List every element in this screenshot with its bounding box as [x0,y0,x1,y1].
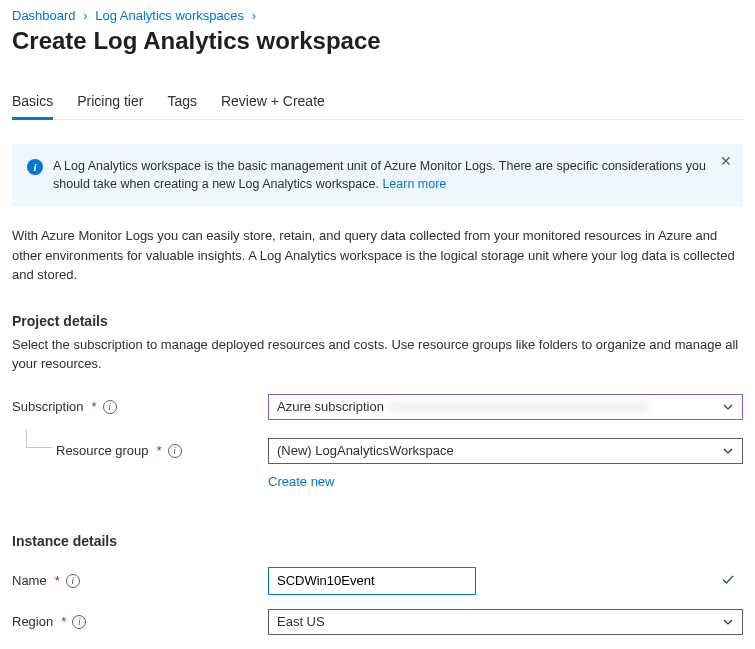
resource-group-row: Resource group * i (New) LogAnalyticsWor… [12,430,743,464]
subscription-label: Subscription [12,399,84,414]
section-title-project-details: Project details [12,313,743,329]
learn-more-link[interactable]: Learn more [382,177,446,191]
breadcrumb: Dashboard › Log Analytics workspaces › [12,8,743,23]
required-indicator: * [92,399,97,414]
section-title-instance-details: Instance details [12,533,743,549]
info-icon: i [27,159,43,175]
help-icon[interactable]: i [103,400,117,414]
required-indicator: * [61,614,66,629]
resource-group-dropdown[interactable]: (New) LogAnalyticsWorkspace [268,438,743,464]
help-icon[interactable]: i [66,574,80,588]
tree-connector [26,430,52,448]
tab-basics[interactable]: Basics [12,93,53,119]
chevron-down-icon [722,445,734,457]
region-dropdown[interactable]: East US [268,609,743,635]
tab-bar: Basics Pricing tier Tags Review + Create [12,93,743,120]
resource-group-value: (New) LogAnalyticsWorkspace [277,443,454,458]
create-new-wrap: Create new [268,474,743,489]
chevron-right-icon: › [252,8,256,23]
required-indicator: * [157,443,162,458]
chevron-down-icon [722,401,734,413]
tab-tags[interactable]: Tags [167,93,197,119]
name-label: Name [12,573,47,588]
section-subtitle-project-details: Select the subscription to manage deploy… [12,335,743,374]
region-label: Region [12,614,53,629]
resource-group-label: Resource group [56,443,149,458]
region-value: East US [277,614,325,629]
info-banner: i A Log Analytics workspace is the basic… [12,144,743,206]
subscription-value: Azure subscription [277,399,384,414]
name-input[interactable] [268,567,476,595]
tab-pricing-tier[interactable]: Pricing tier [77,93,143,119]
create-new-link[interactable]: Create new [268,474,334,489]
chevron-right-icon: › [83,8,87,23]
info-banner-text: A Log Analytics workspace is the basic m… [53,157,728,193]
required-indicator: * [55,573,60,588]
breadcrumb-link-log-analytics-workspaces[interactable]: Log Analytics workspaces [95,8,244,23]
help-icon[interactable]: i [72,615,86,629]
checkmark-icon [721,572,735,589]
region-row: Region * i East US [12,609,743,635]
intro-text: With Azure Monitor Logs you can easily s… [12,226,743,285]
chevron-down-icon [722,616,734,628]
subscription-row: Subscription * i Azure subscription [12,394,743,420]
subscription-dropdown[interactable]: Azure subscription [268,394,743,420]
obscured-text [388,401,648,413]
breadcrumb-link-dashboard[interactable]: Dashboard [12,8,76,23]
page-title: Create Log Analytics workspace [12,27,743,55]
name-row: Name * i [12,567,743,595]
tab-review-create[interactable]: Review + Create [221,93,325,119]
help-icon[interactable]: i [168,444,182,458]
close-icon[interactable]: ✕ [720,153,732,169]
